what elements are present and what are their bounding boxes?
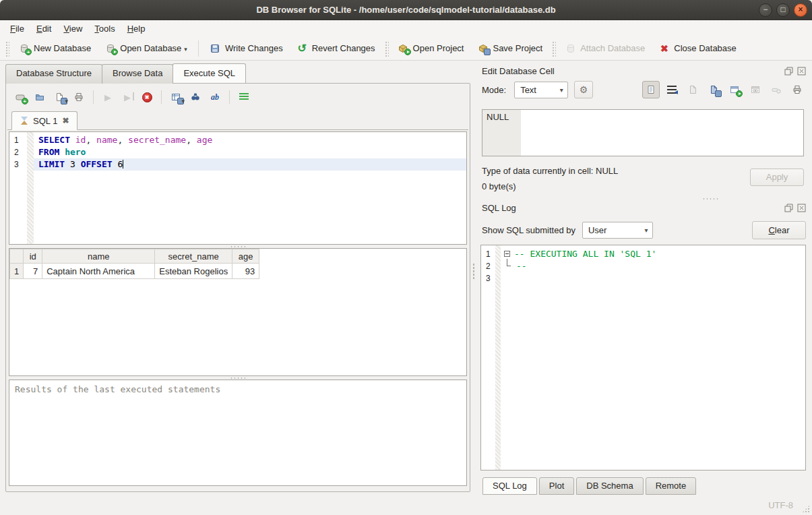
text-mode-button[interactable] xyxy=(642,81,660,98)
encoding-indicator[interactable]: UTF-8 xyxy=(768,500,793,510)
tab-execute-sql[interactable]: Execute SQL xyxy=(173,63,246,83)
tab-browse-data[interactable]: Browse Data xyxy=(102,64,173,84)
print-icon xyxy=(792,84,803,96)
apply-button[interactable]: Apply xyxy=(750,169,804,186)
line-number: 3 xyxy=(9,158,34,171)
close-tab-icon[interactable]: ✖ xyxy=(62,116,69,125)
write-changes-button[interactable]: Write Changes xyxy=(203,40,290,57)
word-wrap-button[interactable] xyxy=(663,81,681,98)
set-null-button[interactable] xyxy=(768,81,785,98)
menu-edit[interactable]: Edit xyxy=(30,22,57,36)
tab-sql-log[interactable]: SQL Log xyxy=(482,477,537,495)
column-header[interactable]: id xyxy=(24,249,42,264)
tab-db-schema[interactable]: DB Schema xyxy=(576,477,643,495)
sql-file-tab[interactable]: SQL 1 ✖ xyxy=(11,111,77,130)
statusbar: UTF-8 xyxy=(0,495,812,515)
menu-tools[interactable]: Tools xyxy=(88,22,121,36)
new-sql-tab-button[interactable]: + xyxy=(11,88,29,106)
save-dropdown-icon[interactable]: ▾ xyxy=(65,98,68,104)
close-dock-icon[interactable] xyxy=(797,204,806,212)
tab-plot[interactable]: Plot xyxy=(539,477,574,495)
toolbar-grip[interactable] xyxy=(5,40,9,57)
table-cell[interactable]: 93 xyxy=(232,264,259,279)
editor-results-splitter[interactable] xyxy=(7,245,468,248)
menu-file[interactable]: File xyxy=(4,22,30,36)
open-sql-file-button[interactable] xyxy=(31,88,49,106)
log-text-content: -- xyxy=(516,260,527,272)
minimize-button[interactable]: − xyxy=(759,3,772,17)
close-dock-icon[interactable] xyxy=(797,67,806,75)
float-dock-icon[interactable] xyxy=(784,204,793,212)
execute-all-button[interactable]: ▶ xyxy=(99,88,117,106)
stop-execution-button[interactable]: ✖ xyxy=(138,88,156,106)
resize-grip[interactable] xyxy=(802,505,810,513)
format-sql-button[interactable]: ab xyxy=(206,88,224,106)
copy-link-button[interactable] xyxy=(747,81,764,98)
log-filter-select[interactable]: User ▾ xyxy=(582,222,653,239)
close-button[interactable]: × xyxy=(794,3,807,17)
log-line[interactable]: -- xyxy=(503,260,805,272)
gear-icon: ⚙ xyxy=(580,84,588,95)
log-line[interactable] xyxy=(503,272,805,284)
panel-splitter[interactable] xyxy=(472,61,475,495)
table-row[interactable]: 17Captain North AmericaEsteban Rogelios9… xyxy=(10,264,259,279)
print-sql-button[interactable] xyxy=(70,88,88,106)
clear-log-button[interactable]: Clear xyxy=(752,221,806,239)
code-line[interactable]: SELECT id, name, secret_name, age xyxy=(34,134,466,146)
fold-collapse-icon[interactable] xyxy=(504,251,510,257)
sql-code-editor[interactable]: 1SELECT id, name, secret_name, age2FROM … xyxy=(9,131,467,245)
new-database-button[interactable]: + New Database xyxy=(11,40,98,57)
column-header[interactable]: age xyxy=(232,249,259,264)
toolbar-grip[interactable] xyxy=(384,40,389,57)
tab-remote[interactable]: Remote xyxy=(646,477,697,495)
print-cell-button[interactable] xyxy=(788,81,806,98)
log-filter-label: Show SQL submitted by xyxy=(482,225,575,235)
close-database-icon: ✖ xyxy=(658,42,670,54)
mode-label: Mode: xyxy=(482,85,506,95)
auto-indent-button[interactable] xyxy=(235,88,253,106)
auto-format-button[interactable]: ⚙ xyxy=(574,81,593,98)
export-data-button[interactable] xyxy=(705,81,722,98)
column-header[interactable]: secret_name xyxy=(155,249,232,264)
right-pane: Edit Database Cell Mode: Text ▾ ⚙ xyxy=(475,61,812,495)
find-button[interactable] xyxy=(187,88,204,106)
code-line[interactable]: LIMIT 3 OFFSET 6 xyxy=(34,158,466,171)
code-line[interactable]: FROM hero xyxy=(34,146,466,158)
table-cell[interactable]: 7 xyxy=(24,264,42,279)
table-cell[interactable]: Esteban Rogelios xyxy=(155,264,232,279)
maximize-button[interactable]: □ xyxy=(776,3,790,17)
float-dock-icon[interactable] xyxy=(784,67,793,75)
revert-changes-button[interactable]: ↺ Revert Changes xyxy=(290,40,382,57)
save-results-dropdown-icon[interactable]: ▾ xyxy=(181,98,185,104)
execute-line-button[interactable]: ▶ xyxy=(119,88,136,106)
titlebar[interactable]: DB Browser for SQLite - /home/user/code/… xyxy=(0,0,812,20)
cell-value-editor[interactable]: NULL xyxy=(482,109,804,156)
tab-database-structure[interactable]: Database Structure xyxy=(5,64,102,84)
attach-database-button[interactable]: Attach Database xyxy=(558,40,652,57)
toolbar-grip[interactable] xyxy=(551,40,556,57)
execution-message-panel[interactable]: Results of the last executed statements xyxy=(9,380,467,486)
close-database-button[interactable]: ✖ Close Database xyxy=(652,40,743,57)
sql-log-title: SQL Log xyxy=(482,203,780,213)
log-line[interactable]: -- EXECUTING ALL IN 'SQL 1' xyxy=(503,248,805,260)
sql-log-view[interactable]: 1-- EXECUTING ALL IN 'SQL 1'2--3 xyxy=(480,245,806,471)
cell-type-info: Type of data currently in cell: NULL xyxy=(482,163,750,179)
import-data-button[interactable] xyxy=(684,81,701,98)
dock-splitter[interactable] xyxy=(480,197,806,200)
open-project-button[interactable]: Open Project xyxy=(391,40,471,57)
window-controls: − □ × xyxy=(759,3,807,17)
execute-line-icon: ▶ xyxy=(124,92,131,102)
save-results-button[interactable]: ▾ xyxy=(167,88,185,106)
open-file-icon xyxy=(34,92,46,103)
menu-view[interactable]: View xyxy=(57,22,88,36)
save-project-button[interactable]: Save Project xyxy=(470,40,549,57)
table-cell[interactable]: Captain North America xyxy=(42,264,155,279)
results-message-splitter[interactable] xyxy=(7,376,468,380)
save-sql-file-button[interactable]: ▾ xyxy=(51,88,68,106)
open-external-button[interactable] xyxy=(726,81,743,98)
open-database-dropdown-icon[interactable]: ▾ xyxy=(184,46,187,53)
column-header[interactable]: name xyxy=(42,249,155,264)
menu-help[interactable]: Help xyxy=(121,22,152,36)
mode-select[interactable]: Text ▾ xyxy=(514,82,568,98)
open-database-button[interactable]: Open Database ▾ xyxy=(98,40,194,57)
